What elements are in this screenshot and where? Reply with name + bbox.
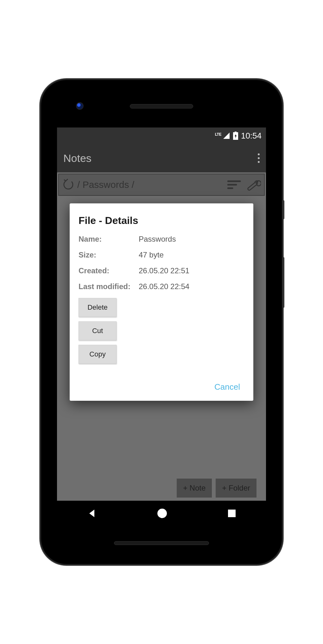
detail-row-size: Size: 47 byte: [79, 251, 244, 259]
value-created: 26.05.20 22:51: [139, 266, 189, 275]
value-name: Passwords: [139, 235, 176, 244]
label-size: Size:: [79, 251, 139, 259]
copy-button[interactable]: Copy: [79, 345, 117, 364]
file-details-dialog: File - Details Name: Passwords Size: 47 …: [70, 203, 253, 401]
dialog-title: File - Details: [79, 215, 244, 226]
detail-row-created: Created: 26.05.20 22:51: [79, 266, 244, 275]
label-name: Name:: [79, 235, 139, 244]
screen: LTE 10:54 Notes / Passwords /: [57, 127, 266, 526]
cancel-button[interactable]: Cancel: [210, 380, 244, 394]
label-created: Created:: [79, 266, 139, 275]
dialog-scrim: File - Details Name: Passwords Size: 47 …: [57, 127, 266, 526]
delete-button[interactable]: Delete: [79, 298, 117, 317]
label-modified: Last modified:: [79, 282, 139, 291]
value-size: 47 byte: [139, 251, 164, 259]
cut-button[interactable]: Cut: [79, 321, 117, 340]
detail-row-name: Name: Passwords: [79, 235, 244, 244]
phone-frame: LTE 10:54 Notes / Passwords /: [41, 80, 282, 564]
detail-row-modified: Last modified: 26.05.20 22:54: [79, 282, 244, 291]
value-modified: 26.05.20 22:54: [139, 282, 189, 291]
